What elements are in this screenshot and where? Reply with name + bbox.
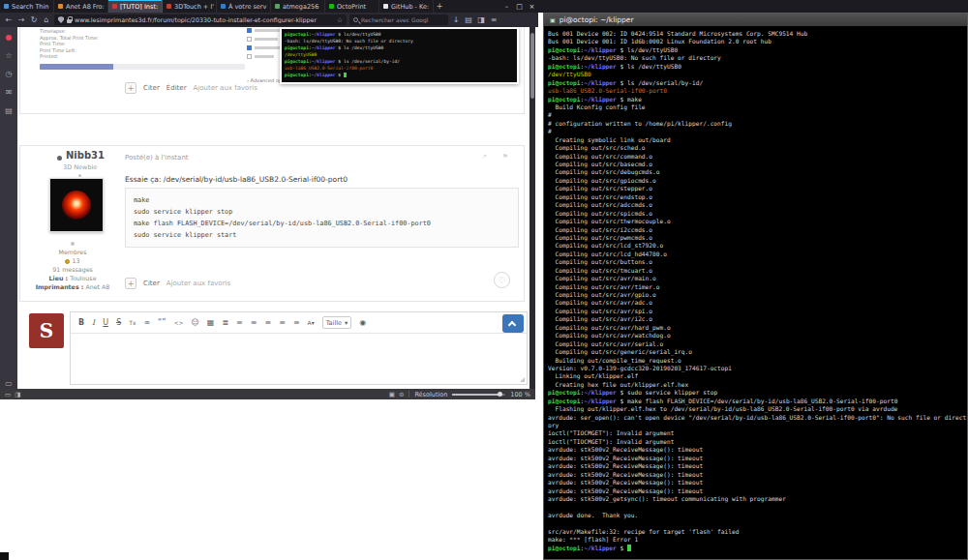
refresh-icon[interactable]: ↻ <box>29 13 39 27</box>
flag-icon[interactable]: ⚑ <box>502 153 508 161</box>
scrollbar-thumb[interactable] <box>530 33 534 99</box>
search-input[interactable] <box>361 16 439 23</box>
align-right-icon[interactable]: ≡ <box>279 312 286 334</box>
browser-tab[interactable]: [TUTO] Inst: <box>108 0 163 13</box>
browser-tab[interactable]: 3DTouch + l' <box>163 0 217 13</box>
link-icon[interactable]: ∞ <box>143 312 150 334</box>
multiquote-button[interactable]: + <box>125 278 136 289</box>
browser-tab[interactable]: GitHub - Ke: <box>379 0 434 13</box>
camera-icon[interactable]: ▣ <box>389 391 395 398</box>
close-button[interactable]: × <box>526 0 538 13</box>
tab-label: [TUTO] Inst: <box>120 3 158 11</box>
terminal-line: usb-la86_USB2.0-Serial-if00-port0 <box>285 65 514 72</box>
online-status-dot <box>57 156 62 161</box>
library-icon[interactable]: ▤ <box>464 13 473 27</box>
history-clock-icon[interactable]: ◷ <box>6 70 13 79</box>
terminal-line: Compiling out/src/thermocouple.o <box>548 218 964 225</box>
back-icon[interactable]: ← <box>4 13 14 27</box>
home-icon[interactable]: ⌂ <box>42 13 51 27</box>
justify-icon[interactable]: ≡ <box>293 312 300 334</box>
post-action-citer[interactable]: Citer <box>143 280 160 287</box>
post-card: Nibb31 3D Newbie Posté(e) à l'instant ↗ … <box>19 145 525 302</box>
location-label: Lieu : <box>48 275 68 281</box>
browser-sidebar: ●☆◷✉▤▭ <box>0 27 17 389</box>
slider-knob[interactable] <box>498 392 502 397</box>
navigation-bar: ←→↻⌂ www.lesimprimantes3d.fr/forum/topic… <box>0 13 538 27</box>
bookmark-star-icon[interactable]: ☆ <box>337 16 343 24</box>
page-scrollbar[interactable] <box>529 27 535 389</box>
post-action-citer[interactable]: Citer <box>143 84 160 92</box>
share-icon[interactable]: ↗ <box>481 153 487 161</box>
like-button[interactable]: ♡ <box>494 272 510 288</box>
resize-handle[interactable] <box>520 377 525 382</box>
checkbox-icon[interactable] <box>247 45 252 50</box>
resolution-slider[interactable] <box>452 394 505 396</box>
table-icon[interactable]: ▦ <box>207 312 215 334</box>
post-action-ajouter-aux-favoris[interactable]: Ajouter aux favoris <box>166 280 230 287</box>
post-actions: + CiterÉditerAjouter aux favoris <box>125 82 257 94</box>
browser-tab[interactable]: atmega256 <box>271 0 325 13</box>
minimize-button[interactable]: – <box>500 0 513 13</box>
display-icon[interactable]: ▭ <box>5 391 11 398</box>
bold-icon[interactable]: B <box>78 312 84 334</box>
emoji-icon[interactable]: ☺ <box>191 312 198 334</box>
remove-format-icon[interactable]: Tx <box>129 312 136 334</box>
quote-icon[interactable]: “” <box>158 312 166 334</box>
windows-icon[interactable]: ◨ <box>15 391 20 398</box>
terminal-line: avrdude: stk500v2_ReceiveMessage(): time… <box>548 446 964 454</box>
checkbox-icon[interactable] <box>247 54 252 59</box>
forward-icon[interactable]: → <box>16 13 26 27</box>
font-size-select[interactable]: Taille▾ <box>322 316 352 329</box>
strikethrough-icon[interactable]: S <box>116 312 121 334</box>
pocket-icon[interactable]: ● <box>6 33 13 43</box>
downloads-icon[interactable]: ↓ <box>451 13 461 27</box>
terminal-line: Bus 001 Device 001: ID 1d6b:0002 Linux F… <box>548 38 964 45</box>
browser-tab[interactable]: Search Thin <box>0 0 54 13</box>
terminal-title-bar[interactable]: ▣ pi@octopi: ~/klipper <box>544 14 967 26</box>
pages-icon[interactable]: ▤ <box>5 106 13 116</box>
bookmark-star-icon[interactable]: ☆ <box>5 51 12 61</box>
browser-tab[interactable]: Anet A8 Fro: <box>54 0 108 13</box>
state-label: Timelapse: <box>40 28 99 35</box>
search-icon <box>353 17 358 22</box>
terminal-output[interactable]: Bus 001 Device 002: ID 0424:9514 Standar… <box>544 26 967 559</box>
attached-terminal-screenshot[interactable]: pi@octopi:~/klipper $ ls/dev/ttyUSB0-bas… <box>280 27 519 84</box>
terminal-line: Bus 001 Device 002: ID 0424:9514 Standar… <box>548 30 964 38</box>
preview-eye-icon[interactable]: ◉ <box>359 312 366 334</box>
checkbox-icon[interactable] <box>247 37 252 42</box>
terminal-line: Flashing out/klipper.elf.hex to /dev/ser… <box>548 405 964 413</box>
italic-icon[interactable]: I <box>92 312 95 334</box>
zoom-out-icon[interactable]: ⊖ <box>399 391 404 398</box>
align-left-icon[interactable]: ≡ <box>251 312 257 334</box>
current-user-avatar[interactable]: S <box>29 313 64 348</box>
checkbox-icon[interactable] <box>247 28 252 33</box>
browser-tab[interactable]: OctoPrint <box>325 0 379 13</box>
terminal-line: /dev/ttyUSB0 <box>285 51 514 58</box>
sidebar-toggle-icon[interactable]: ◨ <box>476 13 486 27</box>
multiquote-button[interactable]: + <box>125 82 136 94</box>
text-color-icon[interactable]: A▾ <box>308 312 315 334</box>
tracking-shield-icon[interactable] <box>58 16 64 23</box>
lock-icon[interactable] <box>67 16 72 23</box>
browser-tab[interactable]: À votre serv <box>217 0 271 13</box>
terminal-line: pi@octopi:~/klipper $ ls /dev/serial/by-… <box>285 58 514 65</box>
list-ol-icon[interactable]: ≣ <box>222 312 228 334</box>
search-bar[interactable] <box>349 15 448 25</box>
maximize-button[interactable]: □ <box>513 0 526 13</box>
new-tab-button[interactable]: + <box>434 0 445 13</box>
post-action--diter[interactable]: Éditer <box>166 84 187 92</box>
editor-content[interactable] <box>71 334 527 372</box>
author-username-link[interactable]: Nibb31 <box>66 150 105 161</box>
align-center-icon[interactable]: ≡ <box>264 312 271 334</box>
mail-icon[interactable]: ✉ <box>6 88 13 98</box>
code-icon[interactable]: <> <box>173 312 183 334</box>
menu-icon[interactable]: ≡ <box>489 13 499 27</box>
statusbar-right-icons: ▣⊖ <box>389 391 405 398</box>
display-icon[interactable]: ▭ <box>5 379 13 389</box>
list-ul-icon[interactable]: ≡ <box>236 312 243 334</box>
underline-icon[interactable]: U <box>103 312 108 334</box>
post-action-ajouter-aux-favoris[interactable]: Ajouter aux favoris <box>194 84 257 92</box>
author-avatar[interactable] <box>49 178 104 232</box>
url-bar[interactable]: www.lesimprimantes3d.fr/forum/topic/2033… <box>54 15 347 25</box>
collapse-editor-button[interactable] <box>502 314 524 333</box>
